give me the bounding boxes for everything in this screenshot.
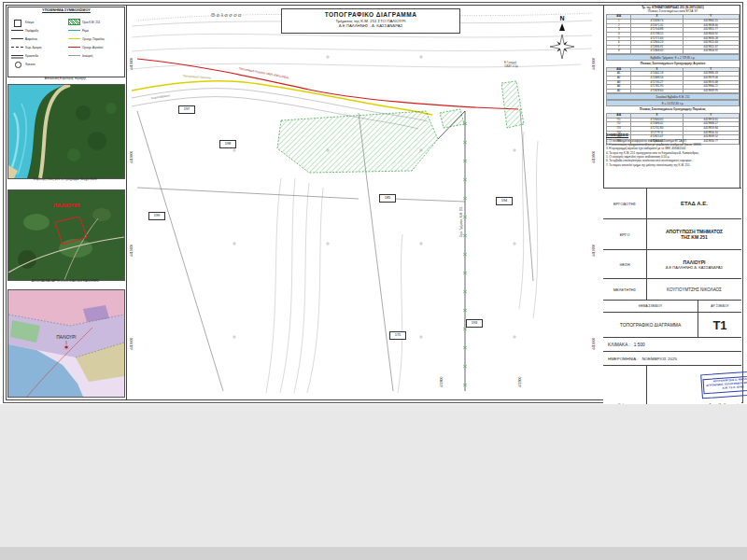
boundary-label: Όριο Τμήματος Κ.Μ. 251 [459,206,463,238]
scale-value: 1:500 [634,343,645,347]
contour-symbol-icon [68,52,80,59]
table2-title: Πίνακας Συντεταγμένων Οριογραμμής Αιγιαλ… [606,63,740,66]
inset-caption-top: Απεικόνιση Ευρύτερης περιοχής [7,77,123,81]
legend-item: Ρέμα [68,26,105,35]
annotation-oddy: ΟΔΔΥ 4,5μ [504,64,518,68]
compass-rose-icon [550,35,574,59]
coords-table-aigialos: Α/Α Χ Υ Α1472642.184419885.33Α2472688.54… [606,67,740,94]
inset-caption-map: ΑΠΟΣΠΑΣΜΑ ΧΑΡΤΗ Σ.Χ.Ο.Ο.Α.Π Δ.Ε ΠΑΛΛΗΝΗΣ [7,280,123,284]
titleblock-row-scale: ΚΛΙΜΑΚΑ : 1:500 [603,338,741,352]
shoreline-symbol-icon [68,44,80,50]
drawing-theme: ΤΟΠΟΓΡΑΦΙΚΟ ΔΙΑΓΡΑΜΜΑ [603,313,698,337]
notes-title: ΣΗΜΕΙΩΣΕΙΣ [606,133,740,137]
client-value: ΕΤΑΔ Α.Ε. [681,201,708,206]
north-letter: N [559,15,564,21]
area-aerial-image: ΠΑΛΙΟΥΡΙ [8,190,124,280]
grid-y-label: 4419900 [592,58,596,70]
drawing-title-box: ΤΟΠΟΓΡΑΦΙΚΟ ΔΙΑΓΡΑΜΜΑ Τμήματος της Κ.Μ. … [281,8,460,34]
beach-line-symbol-icon [68,35,80,42]
location-label: ΘΕΣΗ [603,250,647,278]
area-name-label: ΠΑΛΙΟΥΡΙ [53,203,80,208]
contour-lines [132,34,592,393]
dirt-road-label: Χωματόδρομος [151,93,171,100]
table-cell: 8 [607,49,631,54]
north-arrow-icon [559,23,565,31]
legend-column-2: Όρια Κ.Μ. 251 Ρέμα Οριογρ. Παραλίας Οριο… [68,18,105,60]
note-line: 7. Το παρόν αποτελεί τμήμα της μελέτης α… [606,163,740,167]
legend-item: Άσφαλτος [11,35,42,43]
parcel-label: 198 [219,140,236,148]
legend-item: Κτίσμα [11,18,42,26]
client-label: ΕΡΓΟΔΟΤΗΣ [603,189,647,218]
drawing-sheet: ΥΠΟΜΝΗΜΑ ΣΥΜΒΟΛΙΣΜΟΥ Κτίσμα Περίφραξη Άσ… [3,2,743,403]
parcel-label: 193 [466,319,483,328]
shoreline-boundary-line [137,59,518,109]
parcel-label: 197 [178,105,195,114]
titleblock-row-location: ΘΕΣΗ ΠΑΛΙΟΥΡΙ Δ.Ε ΠΑΛΛΗΝΗΣ Δ. ΚΑΣΣΑΝΔΡΑΣ [603,250,741,279]
titleblock-row-theme: ΤΟΠΟΓΡΑΦΙΚΟ ΔΙΑΓΡΑΜΜΑ T1 [603,313,741,338]
table2-area-note-1: Συνολικό Εμβαδόν Κ.Μ. 251 [606,93,740,100]
grid-y-label: 4419600 [592,338,596,350]
grid-y-label: 4419700 [592,245,596,257]
review-label: Θεώρηση [603,366,647,408]
grid-x-label: 472900 [518,377,522,387]
legend-item: Ισοϋψείς [68,51,105,60]
legend-item: Οριογρ. Παραλίας [68,35,105,43]
curb-symbol-icon [11,52,23,59]
parcel-label: 185 [379,194,396,203]
project-label: ΕΡΓΟ [603,219,647,249]
legend-item: Χωμ. Δρόμος [11,43,42,51]
legend-item: Όρια Κ.Μ. 251 [68,18,105,26]
grid-x-label: 472800 [440,377,444,387]
table-cell: 4419804.92 [683,49,739,54]
drawing-subtitle-2: Δ.Ε ΠΑΛΛΗΝΗΣ - Δ. ΚΑΣΣΑΝΔΡΑΣ [282,23,459,28]
aigialos-line-label: Οριογραμμή Αιγιαλού (ΦΕΚ 458/Δ/2002) [239,66,289,79]
legend-item: Οριογρ. Αιγιαλού [68,43,105,51]
grid-y-label: 4419700 [130,245,134,257]
title-block: ΕΡΓΟΔΟΤΗΣ ΕΤΑΔ Α.Ε. ΕΡΓΟ ΑΠΟΤΥΠΩΣΗ ΤΜΗΜΑ… [603,188,741,408]
theme-header: ΘΕΜΑ ΣΧΕΔΙΟΥ [603,301,698,312]
stream-symbol-icon [68,27,80,34]
parcel-hatch-symbol-icon [68,19,80,25]
drawing-number: T1 [698,313,741,337]
table1-title-2: Πίνακας Συντεταγμένων κατά ΕΓΣΑ '87 [606,10,740,14]
table-cell: Α5 [607,89,631,93]
titleblock-row-project: ΕΡΓΟ ΑΠΟΤΥΠΩΣΗ ΤΜΗΜΑΤΟΣ ΤΗΣ ΚΜ 251 [603,219,741,250]
sea-label: Θάλασσα [211,12,243,18]
viewer-background [0,404,747,560]
titleblock-row-date: ΗΜΕΡΟΜΗΝΙΑ : ΝΟΕΜΒΡΙΟΣ 2025 [603,352,741,366]
zoning-map-image: ΠΑΛΙΟΥΡΙ ✶ [8,290,124,397]
paralia-line-label: Οριογραμμή Παραλίας [183,74,212,80]
date-label: ΗΜΕΡΟΜΗΝΙΑ : [608,357,638,361]
dirt-road-symbol-icon [11,44,23,50]
inset-photo-area: ΠΑΛΙΟΥΡΙ [7,189,125,281]
titleblock-row-headers: ΘΕΜΑ ΣΧΕΔΙΟΥ ΑΡ. ΣΧΕΔΙΟΥ [603,301,741,313]
fence-symbol-icon [11,27,23,34]
legend-item: Περίφραξη [11,26,42,35]
coordinate-tables: Τμ. της ΚΤΗΜΑΤΟΜΕΡΙΔΑΣ 251 (Ν.2971/2001)… [606,7,740,145]
drawing-title: ΤΟΠΟΓΡΑΦΙΚΟ ΔΙΑΓΡΑΜΜΑ [282,11,459,18]
coords-table-parcel: Α/Α Χ Υ 1472638.744419862.152472671.3244… [606,14,740,54]
scale-label: ΚΛΙΜΑΚΑ : [608,343,630,347]
table-row: 8472868.454419804.92 [607,49,740,54]
building-symbol-icon [11,19,23,25]
surveyor-value: ΚΟΥΓΙΟΥΜΤΖΗΣ ΝΙΚΟΛΑΟΣ [667,287,722,292]
location-marker-icon: ✶ [63,343,70,352]
parcel-label: 175 [389,331,406,340]
table-cell: 472868.45 [631,49,683,54]
legend-item: Κράσπεδο [11,51,42,60]
parcel-label: 199 [148,212,165,220]
table-cell: 472828.60 [631,89,683,93]
parcel-label: 194 [496,197,513,205]
viewer-bottom-bar [0,547,747,560]
legend-title: ΥΠΟΜΝΗΜΑ ΣΥΜΒΟΛΙΣΜΟΥ [8,8,124,12]
survey-hatch-areas [277,81,524,173]
property-boundary-line [438,111,465,391]
location-value-2: Δ.Ε ΠΑΛΛΗΝΗΣ Δ. ΚΑΣΣΑΝΔΡΑΣ [666,265,723,270]
titleblock-row-client: ΕΡΓΟΔΟΤΗΣ ΕΤΑΔ Α.Ε. [603,189,741,219]
grid-y-label: 4419600 [130,338,134,350]
inset-caption-google: Ευρύτερη Θέση από το πρόγραμμα Google Ea… [7,178,123,182]
table2-area-note-2: Ε = 14.352,60 τ.μ. [606,100,740,106]
asphalt-symbol-icon [11,35,23,42]
titleblock-row-surveyor: ΜΕΛΕΤΗΤΗΣ ΚΟΥΓΙΟΥΜΤΖΗΣ ΝΙΚΟΛΑΟΣ [603,279,741,301]
